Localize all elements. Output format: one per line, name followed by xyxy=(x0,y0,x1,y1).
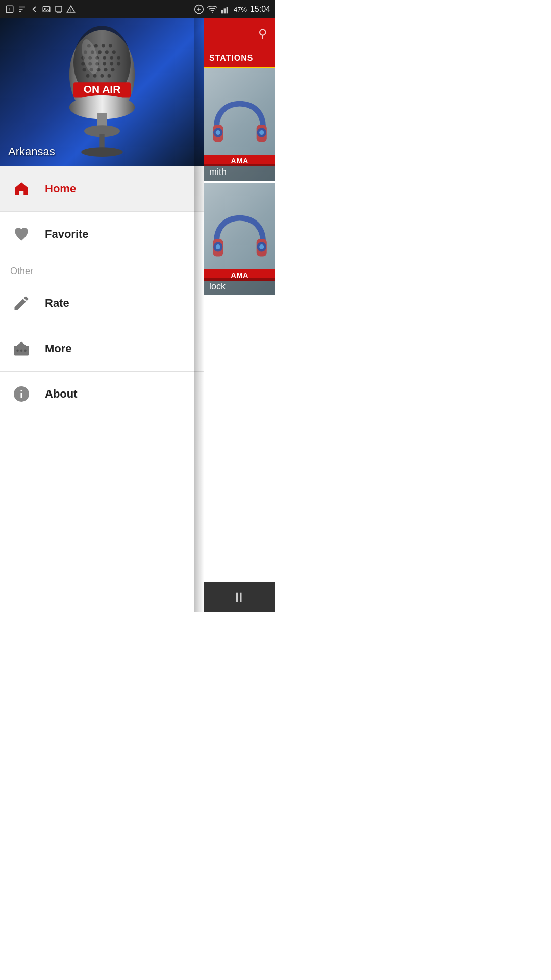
wifi-icon xyxy=(207,4,217,14)
headphone-icon-2 xyxy=(212,213,268,264)
svg-point-17 xyxy=(98,50,102,54)
svg-point-40 xyxy=(108,74,111,78)
system-icon-1 xyxy=(17,5,27,14)
svg-rect-6 xyxy=(221,10,223,14)
hero-banner: ON AIR xyxy=(0,18,204,166)
stations-tab[interactable]: STATIONS xyxy=(204,49,276,68)
menu-item-rate[interactable]: Rate xyxy=(0,281,204,326)
player-bar[interactable]: ⏸ xyxy=(204,582,276,612)
svg-point-14 xyxy=(109,44,112,48)
svg-point-25 xyxy=(117,56,120,60)
svg-point-47 xyxy=(81,147,123,157)
menu-item-about[interactable]: i About xyxy=(0,372,204,416)
message-icon xyxy=(54,5,63,14)
svg-point-67 xyxy=(259,244,264,249)
svg-point-66 xyxy=(216,244,220,249)
status-icons-left: ! ! xyxy=(5,5,76,14)
navigation-drawer: ON AIR xyxy=(0,18,204,612)
svg-rect-7 xyxy=(224,8,226,13)
more-icon xyxy=(10,337,33,360)
menu-list: Home Favorite xyxy=(0,166,204,257)
stations-header: ⚲ xyxy=(204,18,276,49)
stations-panel: ⚲ STATIONS xyxy=(204,18,276,612)
pause-button[interactable]: ⏸ xyxy=(232,589,248,606)
svg-point-61 xyxy=(259,130,264,135)
about-icon: i xyxy=(10,383,33,405)
svg-text:ON AIR: ON AIR xyxy=(84,83,121,95)
menu-item-favorite[interactable]: Favorite xyxy=(0,212,204,257)
stations-tab-label: STATIONS xyxy=(209,54,254,63)
svg-point-18 xyxy=(105,50,109,54)
search-icon[interactable]: ⚲ xyxy=(258,27,267,41)
other-menu-list: Rate More xyxy=(0,281,204,416)
rate-label: Rate xyxy=(45,297,69,310)
stations-list: AMA mith AMA lock xyxy=(204,68,276,582)
svg-point-19 xyxy=(112,50,116,54)
location-label: Arkansas xyxy=(8,145,55,158)
home-label: Home xyxy=(45,182,76,195)
station-name-1: mith xyxy=(204,164,276,181)
svg-point-24 xyxy=(110,56,113,60)
microphone-svg: ON AIR xyxy=(41,21,163,164)
svg-text:!: ! xyxy=(9,8,10,12)
svg-text:i: i xyxy=(20,388,23,400)
svg-point-26 xyxy=(81,62,85,66)
station-card-2[interactable]: AMA lock xyxy=(204,183,276,295)
microphone-image: ON AIR xyxy=(0,18,204,166)
battery-indicator: 47% xyxy=(234,6,247,13)
add-icon xyxy=(194,4,204,14)
svg-point-38 xyxy=(93,74,97,78)
more-label: More xyxy=(45,342,72,355)
svg-point-13 xyxy=(102,44,105,48)
warning-icon: ! xyxy=(66,5,76,14)
rate-icon xyxy=(10,292,33,314)
home-icon xyxy=(10,178,33,200)
svg-text:!: ! xyxy=(70,9,71,12)
headphone-icon-1 xyxy=(212,99,268,150)
svg-point-35 xyxy=(104,68,108,71)
menu-item-home[interactable]: Home xyxy=(0,166,204,212)
svg-point-29 xyxy=(103,62,106,66)
svg-point-23 xyxy=(103,56,106,60)
svg-point-36 xyxy=(111,68,115,71)
svg-point-50 xyxy=(16,350,19,352)
svg-point-37 xyxy=(86,74,90,78)
svg-point-51 xyxy=(20,350,23,352)
station-card-1[interactable]: AMA mith xyxy=(204,68,276,181)
status-icons-right: 47% 15:04 xyxy=(194,4,270,14)
svg-rect-8 xyxy=(227,7,228,13)
about-label: About xyxy=(45,387,78,401)
other-section-label: Other xyxy=(0,257,204,281)
svg-point-52 xyxy=(24,350,27,352)
clock: 15:04 xyxy=(250,5,270,14)
main-container: ON AIR xyxy=(0,18,276,612)
notification-icon: ! xyxy=(5,5,14,14)
menu-item-more[interactable]: More xyxy=(0,326,204,372)
signal-icon xyxy=(220,4,231,14)
heart-icon xyxy=(10,223,33,246)
svg-point-39 xyxy=(101,74,104,78)
back-icon xyxy=(30,5,39,14)
image-icon xyxy=(42,5,51,14)
station-name-2: lock xyxy=(204,278,276,295)
status-bar: ! ! 47% 15:04 xyxy=(0,0,276,18)
svg-marker-53 xyxy=(17,342,26,346)
svg-point-32 xyxy=(83,68,86,71)
svg-point-31 xyxy=(117,62,120,66)
svg-point-12 xyxy=(94,44,98,48)
svg-point-30 xyxy=(110,62,113,66)
svg-point-60 xyxy=(216,130,220,135)
favorite-label: Favorite xyxy=(45,228,89,241)
